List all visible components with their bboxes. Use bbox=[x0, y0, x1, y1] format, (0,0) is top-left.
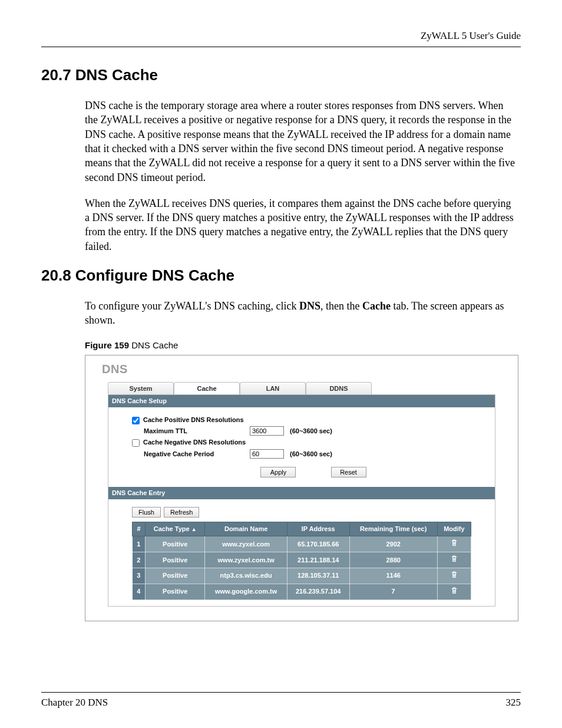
max-ttl-hint: (60~3600 sec) bbox=[290, 427, 332, 436]
table-row: 2Positivewww.zyxel.com.tw211.21.188.1428… bbox=[133, 552, 471, 568]
cell-modify bbox=[437, 568, 471, 584]
page-footer: Chapter 20 DNS 325 bbox=[41, 692, 521, 710]
header-rule bbox=[41, 47, 521, 47]
cache-negative-label: Cache Negative DNS Resolutions bbox=[143, 438, 246, 447]
cell-modify bbox=[437, 584, 471, 599]
section-20-7-para-1: DNS cache is the temporary storage area … bbox=[85, 98, 518, 185]
trash-icon[interactable] bbox=[450, 557, 458, 564]
cache-positive-label: Cache Positive DNS Resolutions bbox=[143, 416, 244, 424]
cell-domain: ntp3.cs.wisc.edu bbox=[205, 568, 287, 584]
cell-cache-type: Positive bbox=[146, 568, 205, 584]
tab-system[interactable]: System bbox=[108, 382, 174, 394]
col-ip[interactable]: IP Address bbox=[287, 522, 349, 536]
max-ttl-label: Maximum TTL bbox=[144, 427, 250, 436]
cell-index: 3 bbox=[133, 568, 146, 584]
cell-remaining: 2880 bbox=[349, 552, 437, 568]
cell-ip: 216.239.57.104 bbox=[287, 584, 349, 599]
neg-period-hint: (60~3600 sec) bbox=[290, 450, 332, 459]
apply-button[interactable]: Apply bbox=[260, 467, 296, 477]
flush-button[interactable]: Flush bbox=[132, 507, 161, 518]
figure-caption: Figure 159 DNS Cache bbox=[85, 340, 518, 351]
cell-domain: www.google.com.tw bbox=[205, 584, 287, 599]
entry-section-bar: DNS Cache Entry bbox=[108, 487, 495, 499]
cell-index: 2 bbox=[133, 552, 146, 568]
cell-domain: www.zyxel.com.tw bbox=[205, 552, 287, 568]
col-index[interactable]: # bbox=[133, 522, 146, 536]
cell-index: 1 bbox=[133, 536, 146, 552]
section-20-8-heading: 20.8 Configure DNS Cache bbox=[41, 265, 521, 286]
table-row: 1Positivewww.zyxel.com65.170.185.662902 bbox=[133, 536, 471, 552]
setup-form: Cache Positive DNS Resolutions Maximum T… bbox=[108, 407, 495, 487]
col-cache-type[interactable]: Cache Type bbox=[146, 522, 205, 536]
cell-remaining: 1146 bbox=[349, 568, 437, 584]
header-guide-title: ZyWALL 5 User's Guide bbox=[41, 29, 521, 43]
section-20-8-intro: To configure your ZyWALL's DNS caching, … bbox=[85, 299, 518, 328]
cache-positive-checkbox[interactable] bbox=[132, 417, 140, 424]
cell-remaining: 7 bbox=[349, 584, 437, 599]
cell-ip: 65.170.185.66 bbox=[287, 536, 349, 552]
col-modify[interactable]: Modify bbox=[437, 522, 471, 536]
neg-period-input[interactable] bbox=[250, 449, 284, 459]
cell-cache-type: Positive bbox=[146, 584, 205, 599]
col-domain[interactable]: Domain Name bbox=[205, 522, 287, 536]
tab-ddns[interactable]: DDNS bbox=[306, 382, 372, 394]
refresh-button[interactable]: Refresh bbox=[164, 507, 200, 518]
section-20-7-heading: 20.7 DNS Cache bbox=[41, 65, 521, 85]
dns-cache-screenshot: DNS System Cache LAN DDNS DNS Cache Setu… bbox=[85, 355, 518, 621]
cache-entry-table: # Cache Type Domain Name IP Address Rema… bbox=[132, 522, 471, 599]
trash-icon[interactable] bbox=[450, 589, 458, 596]
cell-cache-type: Positive bbox=[146, 552, 205, 568]
app-title: DNS bbox=[102, 361, 512, 377]
footer-page-number: 325 bbox=[506, 696, 521, 710]
cache-panel: DNS Cache Setup Cache Positive DNS Resol… bbox=[108, 394, 495, 607]
tab-lan[interactable]: LAN bbox=[240, 382, 306, 394]
tab-bar: System Cache LAN DDNS bbox=[108, 382, 512, 394]
reset-button[interactable]: Reset bbox=[331, 467, 366, 477]
trash-icon[interactable] bbox=[450, 541, 458, 548]
max-ttl-input[interactable] bbox=[250, 426, 284, 436]
cell-domain: www.zyxel.com bbox=[205, 536, 287, 552]
cell-ip: 128.105.37.11 bbox=[287, 568, 349, 584]
cell-ip: 211.21.188.14 bbox=[287, 552, 349, 568]
trash-icon[interactable] bbox=[450, 573, 458, 580]
cell-index: 4 bbox=[133, 584, 146, 599]
cache-negative-checkbox[interactable] bbox=[132, 439, 140, 447]
table-row: 4Positivewww.google.com.tw216.239.57.104… bbox=[133, 584, 471, 599]
table-row: 3Positiventp3.cs.wisc.edu128.105.37.1111… bbox=[133, 568, 471, 584]
cell-modify bbox=[437, 552, 471, 568]
neg-period-label: Negative Cache Period bbox=[144, 450, 250, 459]
cell-modify bbox=[437, 536, 471, 552]
col-remaining[interactable]: Remaining Time (sec) bbox=[349, 522, 437, 536]
setup-section-bar: DNS Cache Setup bbox=[108, 395, 495, 407]
tab-cache[interactable]: Cache bbox=[174, 382, 240, 394]
section-20-7-para-2: When the ZyWALL receives DNS queries, it… bbox=[85, 196, 518, 253]
footer-chapter: Chapter 20 DNS bbox=[41, 696, 108, 710]
cell-remaining: 2902 bbox=[349, 536, 437, 552]
cell-cache-type: Positive bbox=[146, 536, 205, 552]
